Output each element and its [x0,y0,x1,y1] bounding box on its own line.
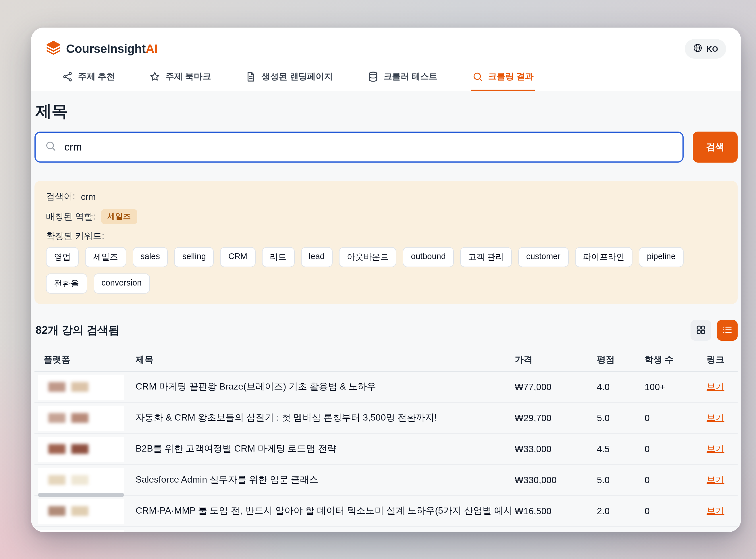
keyword-chip: 세일즈 [85,247,126,267]
tab-generated-landing-pages[interactable]: 생성된 랜딩페이지 [245,70,334,91]
column-platform: 플랫폼 [35,354,133,366]
table-row: 자동화 & CRM 왕초보들의 삽질기 : 첫 멤버십 론칭부터 3,500명 … [35,403,738,434]
column-students: 학생 수 [642,354,704,366]
tab-label: 크롤링 결과 [488,71,533,82]
column-rating: 평점 [595,354,642,366]
course-price: ₩77,000 [512,382,595,392]
results-header: 82개 강의 검색됨 [35,320,738,341]
grid-view-button[interactable] [690,320,711,341]
search-row: 검색 [35,132,738,162]
search-box [35,132,684,162]
platform-cell [35,467,133,493]
course-rating: 2.0 [595,506,642,516]
keyword-chip: outbound [403,247,454,267]
column-link: 링크 [704,354,738,366]
course-title: CRM·PA·MMP 툴 도입 전, 반드시 알아야 할 데이터 텍소노미 설계… [133,505,512,517]
tab-label: 주제 북마크 [165,71,211,82]
main-content: 제목 검색 검색어: crm 매칭된 역 [31,91,741,532]
keyword-chip: pipeline [639,247,684,267]
view-toggle [690,320,738,341]
course-rating: 5.0 [595,475,642,485]
keyword-chip: selling [174,247,214,267]
tab-label: 주제 추천 [78,71,115,82]
platform-logo [38,530,124,532]
column-price: 가격 [512,354,595,366]
tab-bar: 주제 추천 주제 북마크 생성된 랜 [31,70,741,91]
role-badge: 세일즈 [101,209,137,224]
platform-logo [38,467,124,493]
language-label: KO [707,45,718,53]
platform-cell [35,374,133,400]
column-title: 제목 [133,354,512,366]
platform-cell [35,498,133,524]
course-price: ₩330,000 [512,475,595,485]
document-icon [246,71,256,82]
course-title: Salesforce Admin 실무자를 위한 입문 클래스 [133,474,512,486]
keyword-chip: sales [132,247,168,267]
tab-topic-recommendations[interactable]: 주제 추천 [61,70,116,91]
expanded-keywords-label: 확장된 키워드: [46,230,104,242]
table-header: 플랫폼 제목 가격 평점 학생 수 링크 [35,349,738,372]
course-price: ₩29,700 [512,413,595,423]
globe-icon [693,43,703,54]
course-students: 0 [642,506,704,516]
search-button[interactable]: 검색 [693,132,738,162]
course-price: ₩16,500 [512,506,595,516]
tab-label: 생성된 랜딩페이지 [262,71,333,82]
course-title: B2B를 위한 고객여정별 CRM 마케팅 로드맵 전략 [133,443,512,455]
search-icon [45,140,56,154]
course-students: 0 [642,413,704,423]
tab-topic-bookmarks[interactable]: 주제 북마크 [148,70,212,91]
star-icon [150,71,160,82]
keyword-chip: 아웃바운드 [339,247,397,267]
platform-cell [35,530,133,532]
keyword-chip: CRM [220,247,255,267]
table-row: CRM 마케팅 끝판왕 Braze(브레이즈) 기초 활용법 & 노하우 ₩77… [35,372,738,403]
keyword-chip: customer [518,247,568,267]
keyword-chip: lead [301,247,333,267]
results-count: 82개 강의 검색됨 [36,323,119,338]
language-button[interactable]: KO [685,39,727,59]
search-match-panel: 검색어: crm 매칭된 역할: 세일즈 확장된 키워드: 영업세일즈sales… [35,181,738,304]
view-link[interactable]: 보기 [707,412,725,422]
app-header: CourseInsightAI KO [31,27,741,91]
keyword-chip: 고객 관리 [460,247,512,267]
platform-logo [38,374,124,400]
list-icon [722,324,732,336]
keyword-chip: 파이프라인 [575,247,633,267]
view-link[interactable]: 보기 [707,444,725,453]
view-link[interactable]: 보기 [707,474,725,484]
horizontal-scrollbar-thumb[interactable] [38,493,124,497]
keyword-chip: conversion [93,273,150,294]
table-row: B2B 마케팅 리드 전환 전략 (트래픽부터 첫 미팅까지) ₩22,000 … [35,527,738,532]
course-rating: 4.0 [595,382,642,392]
tab-crawler-test[interactable]: 크롤러 테스트 [366,70,439,91]
tab-crawl-results[interactable]: 크롤링 결과 [471,70,534,91]
brand: CourseInsightAI [46,40,157,58]
list-view-button[interactable] [717,320,738,341]
desktop-background: CourseInsightAI KO [0,0,756,559]
query-label: 검색어: [46,191,75,203]
table-row: CRM·PA·MMP 툴 도입 전, 반드시 알아야 할 데이터 텍소노미 설계… [35,496,738,527]
search-input[interactable] [56,141,683,153]
course-students: 100+ [642,382,704,392]
share-nodes-icon [62,71,73,82]
course-students: 0 [642,475,704,485]
query-value: crm [81,192,96,202]
search-icon [472,71,483,82]
app-window: CourseInsightAI KO [31,27,741,532]
course-title: CRM 마케팅 끝판왕 Braze(브레이즈) 기초 활용법 & 노하우 [133,381,512,393]
brand-name: CourseInsightAI [66,42,157,56]
keyword-chip: 영업 [46,247,79,267]
view-link[interactable]: 보기 [707,381,725,391]
table-row: B2B를 위한 고객여정별 CRM 마케팅 로드맵 전략 ₩33,000 4.5… [35,434,738,465]
keyword-chip: 전환율 [46,273,87,294]
grid-icon [696,324,706,336]
view-link[interactable]: 보기 [707,506,725,515]
results-table: 플랫폼 제목 가격 평점 학생 수 링크 CRM 마케팅 끝판왕 Braze(브… [35,349,738,532]
matched-role-label: 매칭된 역할: [46,210,95,223]
platform-cell [35,405,133,431]
course-price: ₩33,000 [512,444,595,454]
database-icon [367,71,378,82]
table-row: Salesforce Admin 실무자를 위한 입문 클래스 ₩330,000… [35,465,738,496]
